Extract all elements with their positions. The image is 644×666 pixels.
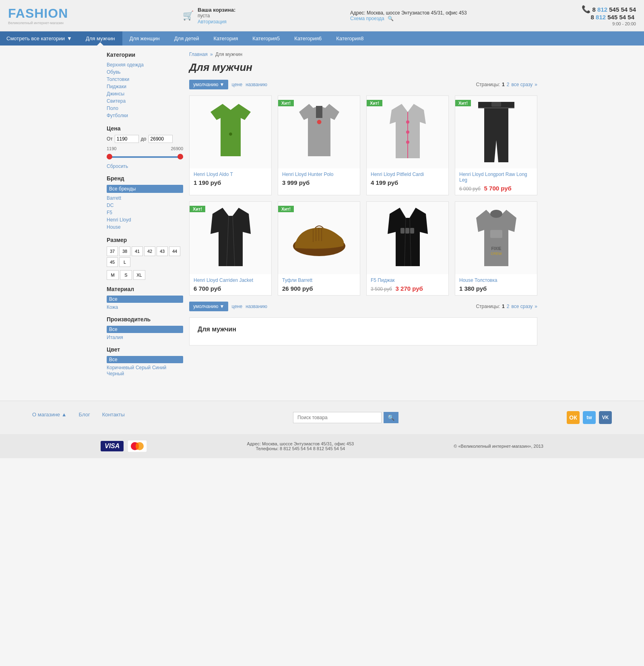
page-2-link[interactable]: 2 bbox=[507, 82, 510, 87]
product-card-5[interactable]: Хит! Henri Lloyd Carriden Jacket 6 700 р… bbox=[189, 201, 272, 296]
product-card-2[interactable]: Хит! Henri Lloyd Hunter Polo 3 999 руб bbox=[278, 95, 360, 195]
sort-price-bottom-link[interactable]: цене bbox=[231, 304, 242, 309]
product-card-1[interactable]: ● Henri Lloyd Aldo T 1 190 руб bbox=[189, 95, 272, 195]
page-2-bottom-link[interactable]: 2 bbox=[507, 304, 510, 309]
next-page-bottom-link[interactable]: » bbox=[535, 304, 537, 309]
category-link-5[interactable]: Джинсы bbox=[107, 90, 183, 97]
nav-item-cat[interactable]: Категория bbox=[206, 31, 246, 46]
category-link-8[interactable]: Футболки bbox=[107, 112, 183, 119]
price-slider[interactable] bbox=[107, 153, 183, 161]
price-from-label: От bbox=[107, 136, 113, 142]
producer-italy[interactable]: Италия bbox=[107, 334, 123, 341]
logo-text[interactable]: FASHION bbox=[8, 6, 68, 21]
product-card-4[interactable]: Хит! Henri Lloyd Longport Raw Long Leg 6… bbox=[455, 95, 537, 195]
color-blue[interactable]: Синий bbox=[152, 364, 166, 371]
category-link-3[interactable]: Толстовки bbox=[107, 76, 183, 83]
size-37[interactable]: 37 bbox=[107, 246, 118, 256]
nav-item-cat6[interactable]: Категория6 bbox=[287, 31, 329, 46]
sort-name-link[interactable]: названию bbox=[246, 82, 267, 87]
product-card-3[interactable]: Хит! Henri Lloyd Pitfield Cardi 4 199 ру… bbox=[366, 95, 449, 195]
size-43[interactable]: 43 bbox=[157, 246, 168, 256]
footer-about-link[interactable]: О магазине ▲ bbox=[32, 412, 67, 418]
size-S[interactable]: S bbox=[120, 270, 132, 280]
cart-info: Ваша корзина: пуста Авторизация bbox=[198, 7, 235, 25]
size-44[interactable]: 44 bbox=[169, 246, 180, 256]
all-categories-label: Смотреть все категории bbox=[6, 35, 65, 41]
color-black[interactable]: Черный bbox=[107, 370, 124, 377]
page-1[interactable]: 1 bbox=[502, 82, 505, 87]
nav-item-cat5[interactable]: Категория5 bbox=[245, 31, 287, 46]
search-icon[interactable]: 🔍 bbox=[388, 16, 394, 21]
product-name-7[interactable]: F5 Пиджак bbox=[371, 277, 444, 283]
category-link-4[interactable]: Пиджаки bbox=[107, 83, 183, 90]
color-grey[interactable]: Серый bbox=[136, 364, 151, 371]
category-link-1[interactable]: Верхняя одежда bbox=[107, 61, 183, 68]
brand-house[interactable]: House bbox=[107, 223, 183, 231]
nav-item-women[interactable]: Для женщин bbox=[122, 31, 167, 46]
brand-f5[interactable]: F5 bbox=[107, 209, 183, 216]
price-reset-link[interactable]: Сбросить bbox=[107, 163, 128, 169]
footer-contacts-link[interactable]: Контакты bbox=[102, 412, 125, 418]
social-vk-button[interactable]: VK bbox=[599, 411, 612, 424]
social-odnoklassniki-button[interactable]: ОК bbox=[567, 411, 580, 424]
size-L[interactable]: L bbox=[119, 257, 130, 267]
price-from-input[interactable] bbox=[115, 135, 139, 143]
nav-item-kids[interactable]: Для детей bbox=[167, 31, 206, 46]
next-page-link[interactable]: » bbox=[535, 82, 537, 87]
sort-name-bottom-link[interactable]: названию bbox=[246, 304, 267, 309]
size-XL[interactable]: XL bbox=[133, 270, 145, 280]
product-img-5: Хит! bbox=[190, 202, 271, 274]
all-pages-link[interactable]: все сразу bbox=[511, 82, 533, 87]
size-38[interactable]: 38 bbox=[119, 246, 130, 256]
brand-henri[interactable]: Henri Lloyd bbox=[107, 216, 183, 223]
jacket-svg bbox=[202, 206, 259, 270]
nav-item-men[interactable]: Для мужчин bbox=[78, 31, 122, 46]
all-pages-bottom-link[interactable]: все сразу bbox=[511, 304, 533, 309]
size-45[interactable]: 45 bbox=[107, 257, 118, 267]
product-card-6[interactable]: Хит! Туфли Barrett 26 900 руб bbox=[278, 201, 360, 296]
address-text: Адрес: Москва, шоссе Энтузиастов 45/31, … bbox=[350, 10, 467, 16]
sort-default-bottom-button[interactable]: умолчанию ▼ bbox=[189, 302, 228, 311]
brand-barrett[interactable]: Barrett bbox=[107, 194, 183, 202]
material-leather[interactable]: Кожа bbox=[107, 304, 118, 311]
all-categories-button[interactable]: Смотреть все категории ▼ bbox=[0, 31, 78, 46]
price-handle-left[interactable] bbox=[107, 154, 112, 159]
nav-item-cat8[interactable]: Категория8 bbox=[329, 31, 371, 46]
product-name-2[interactable]: Henri Lloyd Hunter Polo bbox=[282, 172, 356, 177]
product-name-8[interactable]: House Толстовка bbox=[459, 277, 533, 283]
brand-dc[interactable]: DC bbox=[107, 202, 183, 209]
content-area: Главная » Для мужчин Для мужчин умолчани… bbox=[189, 52, 537, 383]
brand-all-active[interactable]: Все бренды bbox=[107, 185, 183, 193]
price-to-input[interactable] bbox=[149, 135, 173, 143]
page-1-bottom[interactable]: 1 bbox=[502, 304, 505, 309]
breadcrumb-home[interactable]: Главная bbox=[189, 52, 208, 57]
product-img-3: Хит! bbox=[367, 96, 448, 168]
map-link[interactable]: Схема проезда bbox=[350, 16, 384, 21]
category-link-7[interactable]: Поло bbox=[107, 105, 183, 112]
product-name-4[interactable]: Henri Lloyd Longport Raw Long Leg bbox=[459, 172, 533, 183]
footer-blog-link[interactable]: Блог bbox=[79, 412, 90, 418]
producer-all-active[interactable]: Все bbox=[107, 326, 183, 333]
cart-icon[interactable]: 🛒 bbox=[183, 10, 194, 21]
size-41[interactable]: 41 bbox=[132, 246, 143, 256]
size-42[interactable]: 42 bbox=[144, 246, 155, 256]
sort-price-link[interactable]: цене bbox=[231, 82, 242, 87]
cart-login-link[interactable]: Авторизация bbox=[198, 19, 227, 25]
product-name-5[interactable]: Henri Lloyd Carriden Jacket bbox=[194, 277, 267, 283]
sort-default-button[interactable]: умолчанию ▼ bbox=[189, 80, 228, 89]
svg-rect-10 bbox=[491, 102, 501, 107]
color-all-active[interactable]: Все bbox=[107, 356, 183, 363]
product-name-3[interactable]: Henri Lloyd Pitfield Cardi bbox=[371, 172, 444, 177]
price-handle-right[interactable] bbox=[178, 154, 183, 159]
size-M[interactable]: M bbox=[107, 270, 119, 280]
product-card-8[interactable]: FIXIE CREW House Толстовка 1 380 руб bbox=[455, 201, 537, 296]
footer-search-button[interactable]: 🔍 bbox=[384, 412, 398, 423]
product-name-6[interactable]: Туфли Barrett bbox=[282, 277, 356, 283]
category-link-2[interactable]: Обувь bbox=[107, 68, 183, 76]
footer-search-input[interactable] bbox=[293, 412, 382, 423]
product-card-7[interactable]: F5 Пиджак 3 500 руб 3 270 руб bbox=[366, 201, 449, 296]
product-name-1[interactable]: Henri Lloyd Aldo T bbox=[194, 172, 267, 177]
category-link-6[interactable]: Свитера bbox=[107, 97, 183, 105]
material-all-active[interactable]: Все bbox=[107, 296, 183, 303]
social-twitter-button[interactable]: tw bbox=[583, 411, 596, 424]
